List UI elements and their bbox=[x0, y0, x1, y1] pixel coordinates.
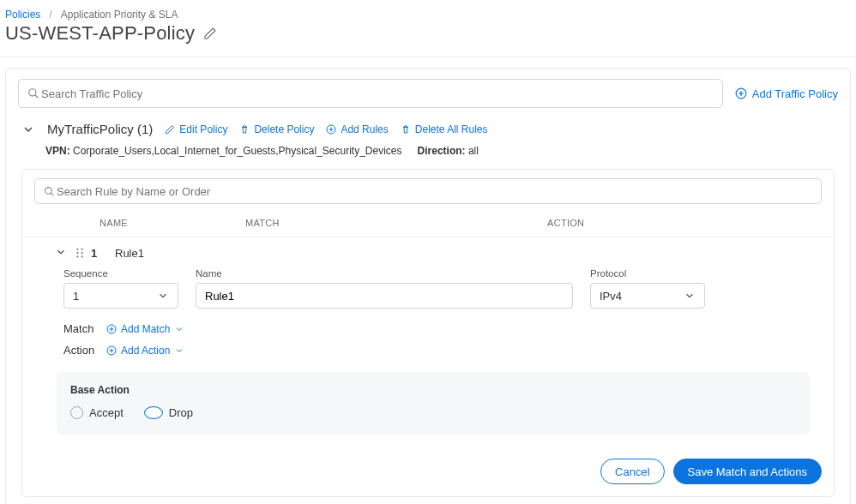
rule-name-input[interactable] bbox=[196, 283, 573, 309]
svg-line-1 bbox=[35, 95, 39, 99]
chevron-down-icon bbox=[157, 290, 169, 302]
name-field: Name bbox=[196, 268, 573, 309]
edit-title-icon[interactable] bbox=[203, 27, 217, 40]
add-match-button[interactable]: Add Match bbox=[106, 323, 184, 335]
base-action-title: Base Action bbox=[70, 384, 796, 396]
search-icon bbox=[27, 87, 39, 99]
breadcrumb: Policies / Application Priority & SLA bbox=[0, 0, 856, 21]
search-traffic-policy-field[interactable] bbox=[18, 79, 723, 108]
add-action-button[interactable]: Add Action bbox=[106, 345, 184, 357]
match-label: Match bbox=[63, 322, 96, 335]
base-action-accept-radio[interactable]: Accept bbox=[70, 406, 124, 419]
column-header-action: ACTION bbox=[547, 218, 822, 228]
delete-policy-button[interactable]: Delete Policy bbox=[239, 123, 314, 135]
protocol-field: Protocol IPv4 bbox=[590, 268, 705, 309]
svg-point-14 bbox=[76, 255, 78, 257]
svg-line-9 bbox=[51, 193, 53, 195]
direction-info: Direction: all bbox=[418, 145, 479, 157]
plus-circle-icon bbox=[735, 87, 747, 99]
svg-point-10 bbox=[76, 248, 78, 249]
section-title: MyTrafficPolicy (1) bbox=[47, 122, 153, 136]
base-action-box: Base Action Accept Drop bbox=[57, 372, 810, 435]
edit-policy-button[interactable]: Edit Policy bbox=[165, 123, 227, 135]
delete-all-rules-button[interactable]: Delete All Rules bbox=[401, 123, 488, 135]
rule-collapse-toggle[interactable] bbox=[55, 246, 69, 260]
search-icon bbox=[44, 186, 55, 197]
column-header-name: NAME bbox=[99, 218, 245, 228]
section-collapse-toggle[interactable] bbox=[21, 123, 35, 136]
sequence-select[interactable]: 1 bbox=[63, 283, 178, 309]
drag-handle-icon[interactable] bbox=[75, 247, 84, 259]
rule-name: Rule1 bbox=[115, 247, 144, 260]
add-traffic-policy-button[interactable]: Add Traffic Policy bbox=[735, 87, 838, 100]
search-traffic-policy-input[interactable] bbox=[39, 87, 714, 101]
traffic-policy-card: Add Traffic Policy MyTrafficPolicy (1) E… bbox=[5, 68, 851, 504]
vpn-info: VPN: Corporate_Users,Local_Internet_for_… bbox=[45, 145, 402, 157]
svg-point-13 bbox=[81, 252, 82, 254]
action-label: Action bbox=[63, 344, 96, 357]
page-title: US-WEST-APP-Policy bbox=[5, 22, 195, 45]
rule-order: 1 bbox=[91, 247, 108, 260]
svg-point-12 bbox=[76, 252, 78, 254]
add-rules-button[interactable]: Add Rules bbox=[326, 123, 388, 135]
breadcrumb-current: Application Priority & SLA bbox=[61, 9, 178, 21]
sequence-field: Sequence 1 bbox=[63, 268, 178, 309]
search-rule-input[interactable] bbox=[55, 184, 812, 199]
protocol-select[interactable]: IPv4 bbox=[590, 283, 705, 309]
svg-point-11 bbox=[81, 248, 82, 249]
add-traffic-policy-label: Add Traffic Policy bbox=[752, 87, 838, 100]
svg-point-0 bbox=[29, 89, 36, 96]
breadcrumb-separator: / bbox=[49, 9, 51, 21]
base-action-drop-radio[interactable]: Drop bbox=[144, 406, 193, 419]
chevron-down-icon bbox=[684, 290, 696, 302]
radio-icon bbox=[70, 406, 83, 419]
cancel-button[interactable]: Cancel bbox=[600, 459, 664, 484]
rules-panel: NAME MATCH ACTION 1 Rule1 Sequence 1 bbox=[21, 169, 835, 497]
search-rule-field[interactable] bbox=[34, 178, 822, 204]
svg-point-8 bbox=[45, 187, 52, 194]
save-button[interactable]: Save Match and Actions bbox=[673, 459, 822, 484]
radio-icon bbox=[144, 406, 163, 419]
breadcrumb-policies-link[interactable]: Policies bbox=[5, 9, 40, 21]
column-header-match: MATCH bbox=[245, 218, 547, 228]
svg-point-15 bbox=[81, 255, 82, 257]
